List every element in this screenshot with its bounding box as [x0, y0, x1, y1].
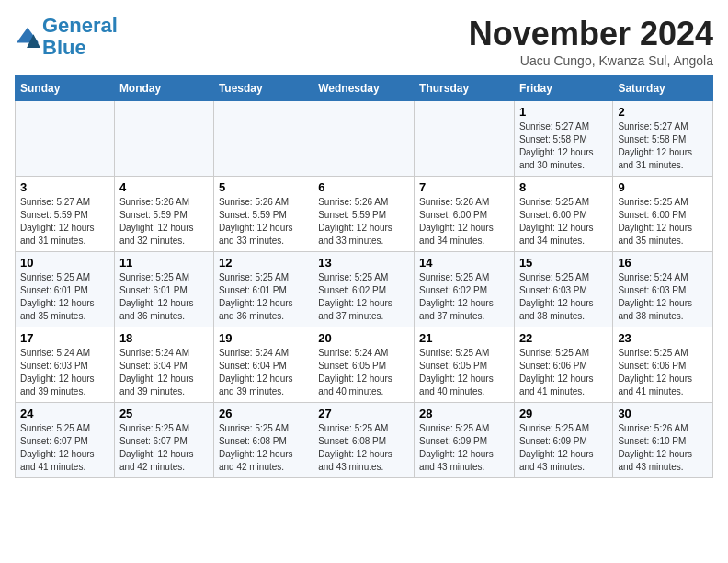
- day-info: Sunrise: 5:26 AM Sunset: 5:59 PM Dayligh…: [318, 196, 409, 247]
- calendar-day-cell: 14Sunrise: 5:25 AM Sunset: 6:02 PM Dayli…: [415, 252, 515, 327]
- calendar-day-cell: 15Sunrise: 5:25 AM Sunset: 6:03 PM Dayli…: [514, 252, 612, 327]
- calendar-day-cell: 26Sunrise: 5:25 AM Sunset: 6:08 PM Dayli…: [213, 403, 313, 478]
- day-number: 9: [618, 180, 708, 194]
- weekday-header: Sunday: [16, 76, 115, 101]
- day-number: 15: [519, 256, 608, 270]
- day-info: Sunrise: 5:24 AM Sunset: 6:03 PM Dayligh…: [618, 271, 708, 323]
- calendar-day-cell: 21Sunrise: 5:25 AM Sunset: 6:05 PM Dayli…: [415, 327, 515, 403]
- calendar-week-row: 1Sunrise: 5:27 AM Sunset: 5:58 PM Daylig…: [16, 101, 713, 177]
- calendar-week-row: 3Sunrise: 5:27 AM Sunset: 5:59 PM Daylig…: [16, 177, 713, 252]
- day-number: 27: [318, 407, 409, 420]
- calendar-day-cell: [415, 101, 515, 177]
- calendar-day-cell: 13Sunrise: 5:25 AM Sunset: 6:02 PM Dayli…: [313, 252, 415, 327]
- calendar-day-cell: 25Sunrise: 5:25 AM Sunset: 6:07 PM Dayli…: [114, 403, 213, 478]
- day-info: Sunrise: 5:27 AM Sunset: 5:59 PM Dayligh…: [20, 196, 109, 247]
- calendar-day-cell: 27Sunrise: 5:25 AM Sunset: 6:08 PM Dayli…: [313, 403, 415, 478]
- day-info: Sunrise: 5:26 AM Sunset: 6:10 PM Dayligh…: [618, 422, 708, 474]
- calendar-day-cell: 30Sunrise: 5:26 AM Sunset: 6:10 PM Dayli…: [613, 403, 713, 478]
- calendar-week-row: 17Sunrise: 5:24 AM Sunset: 6:03 PM Dayli…: [16, 327, 713, 403]
- day-number: 5: [219, 180, 308, 194]
- calendar-day-cell: [114, 101, 213, 177]
- calendar-day-cell: 7Sunrise: 5:26 AM Sunset: 6:00 PM Daylig…: [415, 177, 515, 252]
- calendar-day-cell: [213, 101, 313, 177]
- calendar-day-cell: 4Sunrise: 5:26 AM Sunset: 5:59 PM Daylig…: [114, 177, 213, 252]
- calendar-day-cell: 9Sunrise: 5:25 AM Sunset: 6:00 PM Daylig…: [613, 177, 713, 252]
- calendar-subtitle: Uacu Cungo, Kwanza Sul, Angola: [469, 53, 713, 68]
- calendar-week-row: 10Sunrise: 5:25 AM Sunset: 6:01 PM Dayli…: [16, 252, 713, 327]
- day-info: Sunrise: 5:25 AM Sunset: 6:09 PM Dayligh…: [519, 422, 608, 474]
- day-number: 1: [519, 105, 608, 119]
- calendar-table: SundayMondayTuesdayWednesdayThursdayFrid…: [15, 75, 713, 478]
- day-number: 30: [618, 407, 708, 420]
- calendar-day-cell: 1Sunrise: 5:27 AM Sunset: 5:58 PM Daylig…: [514, 101, 612, 177]
- day-number: 24: [20, 407, 109, 420]
- day-info: Sunrise: 5:27 AM Sunset: 5:58 PM Dayligh…: [618, 121, 708, 172]
- day-info: Sunrise: 5:25 AM Sunset: 6:00 PM Dayligh…: [519, 196, 608, 247]
- day-info: Sunrise: 5:25 AM Sunset: 6:03 PM Dayligh…: [519, 271, 608, 323]
- day-number: 29: [519, 407, 608, 420]
- day-number: 8: [519, 180, 608, 194]
- day-number: 20: [318, 331, 409, 345]
- logo-line2: Blue: [42, 36, 86, 59]
- calendar-day-cell: 22Sunrise: 5:25 AM Sunset: 6:06 PM Dayli…: [514, 327, 612, 403]
- day-info: Sunrise: 5:24 AM Sunset: 6:04 PM Dayligh…: [119, 347, 209, 398]
- day-number: 28: [419, 407, 509, 420]
- day-info: Sunrise: 5:25 AM Sunset: 6:08 PM Dayligh…: [318, 422, 409, 474]
- calendar-day-cell: 11Sunrise: 5:25 AM Sunset: 6:01 PM Dayli…: [114, 252, 213, 327]
- day-number: 17: [20, 331, 109, 345]
- day-info: Sunrise: 5:24 AM Sunset: 6:03 PM Dayligh…: [20, 347, 109, 398]
- calendar-day-cell: 28Sunrise: 5:25 AM Sunset: 6:09 PM Dayli…: [415, 403, 515, 478]
- calendar-day-cell: 3Sunrise: 5:27 AM Sunset: 5:59 PM Daylig…: [16, 177, 115, 252]
- calendar-day-cell: 23Sunrise: 5:25 AM Sunset: 6:06 PM Dayli…: [613, 327, 713, 403]
- day-number: 22: [519, 331, 608, 345]
- day-info: Sunrise: 5:25 AM Sunset: 6:06 PM Dayligh…: [519, 347, 608, 398]
- day-number: 2: [618, 105, 708, 119]
- calendar-day-cell: 10Sunrise: 5:25 AM Sunset: 6:01 PM Dayli…: [16, 252, 115, 327]
- day-number: 19: [219, 331, 308, 345]
- day-number: 13: [318, 256, 409, 270]
- calendar-day-cell: 12Sunrise: 5:25 AM Sunset: 6:01 PM Dayli…: [213, 252, 313, 327]
- calendar-day-cell: [313, 101, 415, 177]
- day-number: 16: [618, 256, 708, 270]
- day-info: Sunrise: 5:25 AM Sunset: 6:01 PM Dayligh…: [20, 271, 109, 323]
- logo-icon: [15, 26, 40, 48]
- weekday-header: Wednesday: [313, 76, 415, 101]
- day-info: Sunrise: 5:24 AM Sunset: 6:05 PM Dayligh…: [318, 347, 409, 398]
- day-info: Sunrise: 5:24 AM Sunset: 6:04 PM Dayligh…: [219, 347, 308, 398]
- day-number: 4: [119, 180, 209, 194]
- day-info: Sunrise: 5:25 AM Sunset: 6:02 PM Dayligh…: [419, 271, 509, 323]
- day-number: 23: [618, 331, 708, 345]
- day-number: 10: [20, 256, 109, 270]
- day-info: Sunrise: 5:25 AM Sunset: 6:05 PM Dayligh…: [419, 347, 509, 398]
- day-info: Sunrise: 5:26 AM Sunset: 6:00 PM Dayligh…: [419, 196, 509, 247]
- calendar-day-cell: 20Sunrise: 5:24 AM Sunset: 6:05 PM Dayli…: [313, 327, 415, 403]
- day-number: 7: [419, 180, 509, 194]
- page-header: General Blue November 2024 Uacu Cungo, K…: [15, 15, 713, 68]
- weekday-header: Tuesday: [213, 76, 313, 101]
- day-info: Sunrise: 5:25 AM Sunset: 6:01 PM Dayligh…: [219, 271, 308, 323]
- day-number: 3: [20, 180, 109, 194]
- calendar-day-cell: 19Sunrise: 5:24 AM Sunset: 6:04 PM Dayli…: [213, 327, 313, 403]
- weekday-header: Saturday: [613, 76, 713, 101]
- calendar-day-cell: 18Sunrise: 5:24 AM Sunset: 6:04 PM Dayli…: [114, 327, 213, 403]
- title-block: November 2024 Uacu Cungo, Kwanza Sul, An…: [469, 15, 713, 68]
- calendar-header-row: SundayMondayTuesdayWednesdayThursdayFrid…: [16, 76, 713, 101]
- day-info: Sunrise: 5:25 AM Sunset: 6:08 PM Dayligh…: [219, 422, 308, 474]
- calendar-body: 1Sunrise: 5:27 AM Sunset: 5:58 PM Daylig…: [16, 101, 713, 478]
- day-info: Sunrise: 5:25 AM Sunset: 6:07 PM Dayligh…: [119, 422, 209, 474]
- day-number: 12: [219, 256, 308, 270]
- day-number: 6: [318, 180, 409, 194]
- logo-text: General Blue: [42, 15, 118, 59]
- logo: General Blue: [15, 15, 118, 59]
- calendar-day-cell: 17Sunrise: 5:24 AM Sunset: 6:03 PM Dayli…: [16, 327, 115, 403]
- logo-line1: General: [42, 14, 118, 37]
- weekday-header: Monday: [114, 76, 213, 101]
- calendar-day-cell: 5Sunrise: 5:26 AM Sunset: 5:59 PM Daylig…: [213, 177, 313, 252]
- day-info: Sunrise: 5:25 AM Sunset: 6:00 PM Dayligh…: [618, 196, 708, 247]
- day-info: Sunrise: 5:27 AM Sunset: 5:58 PM Dayligh…: [519, 121, 608, 172]
- calendar-day-cell: 24Sunrise: 5:25 AM Sunset: 6:07 PM Dayli…: [16, 403, 115, 478]
- day-info: Sunrise: 5:25 AM Sunset: 6:01 PM Dayligh…: [119, 271, 209, 323]
- calendar-day-cell: 8Sunrise: 5:25 AM Sunset: 6:00 PM Daylig…: [514, 177, 612, 252]
- calendar-day-cell: 16Sunrise: 5:24 AM Sunset: 6:03 PM Dayli…: [613, 252, 713, 327]
- day-info: Sunrise: 5:25 AM Sunset: 6:06 PM Dayligh…: [618, 347, 708, 398]
